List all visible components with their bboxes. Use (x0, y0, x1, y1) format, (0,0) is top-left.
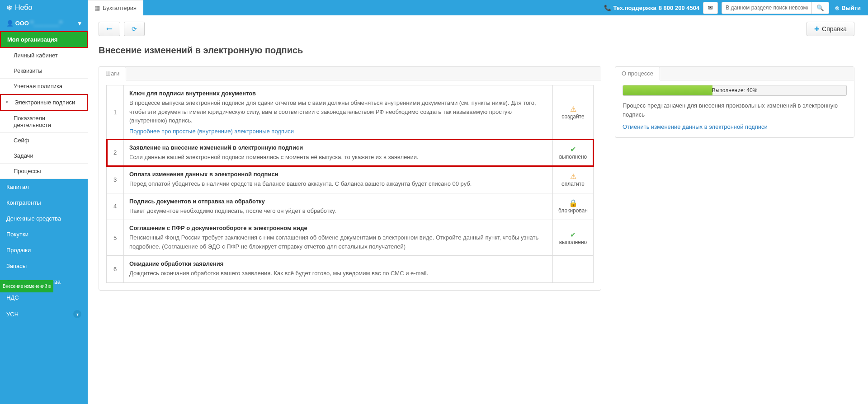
step-row[interactable]: 6Ожидание обработки заявленияДождитесь о… (107, 256, 594, 283)
step-content: Соглашение с ПФР о документообороте в эл… (124, 220, 553, 256)
step-content: Заявление на внесение изменений в электр… (124, 139, 553, 166)
step-status: ⚠создайте (553, 85, 594, 140)
arrow-left-icon: 🠔 (106, 25, 113, 33)
sidebar-sub-item[interactable]: Учетная политика (0, 79, 88, 94)
main: 🠔 ⟳ ✚ Справка Внесение изменений в элект… (88, 15, 868, 404)
calculator-icon: ▦ (94, 5, 100, 11)
sidebar: 👤 ООО "________" ▾ Моя организация Личны… (0, 15, 88, 404)
step-row[interactable]: 2Заявление на внесение изменений в элект… (107, 139, 594, 166)
step-status: 🔒блокирован (553, 193, 594, 220)
step-description: Дождитесь окончания обработки вашего зая… (129, 269, 547, 278)
tab-accounting[interactable]: ▦ Бухгалтерия (88, 0, 143, 15)
help-button[interactable]: ✚ Справка (807, 22, 854, 36)
ok-icon: ✔ (558, 230, 588, 239)
step-row[interactable]: 3Оплата изменения данных в электронной п… (107, 166, 594, 193)
logo[interactable]: ❄ Небо (0, 0, 88, 15)
progress-label: Выполнение: 40% (623, 87, 846, 94)
topbar: ❄ Небо ▦ Бухгалтерия 📞 Тех.поддержка 8 8… (0, 0, 868, 15)
sidebar-item[interactable]: Продажи (0, 242, 88, 258)
sidebar-item[interactable]: Денежные средства (0, 211, 88, 226)
chevron-down-icon: ▾ (73, 310, 81, 318)
refresh-button[interactable]: ⟳ (124, 22, 145, 36)
cancel-process-link[interactable]: Отменить изменение данных в электронной … (623, 123, 847, 130)
step-title: Ожидание обработки заявления (129, 260, 547, 267)
step-row[interactable]: 5Соглашение с ПФР о документообороте в э… (107, 220, 594, 256)
support-phone[interactable]: 📞 Тех.поддержка 8 800 200 4504 (604, 5, 700, 11)
step-row[interactable]: 1Ключ для подписи внутренних документовВ… (107, 85, 594, 140)
steps-tab[interactable]: Шаги (99, 66, 126, 80)
back-button[interactable]: 🠔 (99, 22, 120, 36)
sidebar-sub-item[interactable]: Показатели деятельности (0, 111, 88, 133)
help-icon: ✚ (814, 25, 820, 33)
sidebar-sub-item[interactable]: Задачи (0, 148, 88, 164)
step-content: Ключ для подписи внутренних документовВ … (124, 85, 553, 140)
user-icon: 👤 (6, 20, 14, 27)
search-input[interactable] (722, 2, 812, 14)
sidebar-sub-item[interactable]: Процессы (0, 164, 88, 179)
step-title: Соглашение с ПФР о документообороте в эл… (129, 225, 547, 231)
process-tab[interactable]: О процессе (615, 66, 660, 80)
step-status (553, 256, 594, 283)
step-description: Пакет документов необходимо подписать, п… (129, 207, 547, 216)
sidebar-sub-item[interactable]: Личный кабинет (0, 48, 88, 63)
step-content: Оплата изменения данных в электронной по… (124, 166, 553, 193)
topbar-right: 📞 Тех.поддержка 8 800 200 4504 ✉ 🔍 ⎋ Вый… (599, 0, 868, 15)
mail-button[interactable]: ✉ (703, 2, 718, 14)
exit-button[interactable]: ⎋ Выйти (833, 5, 863, 11)
step-title: Заявление на внесение изменений в электр… (129, 144, 547, 151)
refresh-icon: ⟳ (132, 25, 137, 33)
step-row[interactable]: 4Подпись документов и отправка на обрабо… (107, 193, 594, 220)
sidebar-item[interactable]: УСН▾ (0, 305, 88, 323)
sidebar-section-my-org[interactable]: Моя организация (0, 31, 88, 48)
process-tag[interactable]: Внесение изменений в (0, 280, 53, 292)
mail-icon: ✉ (708, 5, 713, 11)
step-number: 6 (107, 256, 124, 283)
warn-icon: ⚠ (558, 105, 588, 113)
sidebar-sub-item[interactable]: Реквизиты (0, 63, 88, 79)
lock-icon: 🔒 (558, 199, 588, 207)
step-status-label: оплатите (558, 181, 588, 187)
sidebar-item[interactable]: Контрагенты (0, 195, 88, 211)
step-number: 4 (107, 193, 124, 220)
search-button[interactable]: 🔍 (812, 2, 829, 14)
step-number: 2 (107, 139, 124, 166)
step-number: 3 (107, 166, 124, 193)
step-description: Пенсионный Фонд России требует заключени… (129, 233, 547, 251)
step-title: Ключ для подписи внутренних документов (129, 90, 547, 97)
ok-icon: ✔ (558, 145, 588, 154)
phone-icon: 📞 (604, 5, 611, 11)
step-status: ✔выполнено (553, 139, 594, 166)
tab-accounting-label: Бухгалтерия (103, 5, 137, 11)
step-number: 1 (107, 85, 124, 140)
search-icon: 🔍 (816, 5, 824, 11)
logo-text: Небо (15, 4, 32, 12)
step-status-label: блокирован (558, 207, 588, 214)
step-status-label: выполнено (558, 239, 588, 245)
page-title: Внесение изменений в электронную подпись (99, 45, 854, 56)
step-title: Оплата изменения данных в электронной по… (129, 171, 547, 178)
logo-icon: ❄ (6, 4, 12, 12)
steps-panel: Шаги 1Ключ для подписи внутренних докуме… (99, 66, 601, 291)
sidebar-sub-item[interactable]: Сейф (0, 133, 88, 148)
process-description: Процесс предназначен для внесения произв… (623, 101, 847, 119)
sidebar-sub-item[interactable]: Электронные подписи (0, 94, 88, 111)
exit-icon: ⎋ (835, 5, 839, 11)
step-link[interactable]: Подробнее про простые (внутренние) элект… (129, 128, 294, 135)
toolbar: 🠔 ⟳ ✚ Справка (99, 22, 854, 36)
warn-icon: ⚠ (558, 172, 588, 181)
sidebar-item[interactable]: Покупки (0, 226, 88, 242)
step-description: Если данные вашей электронной подписи по… (129, 153, 547, 162)
step-status: ✔выполнено (553, 220, 594, 256)
step-description: В процессе выпуска электронной подписи д… (129, 99, 547, 125)
progress-bar: Выполнение: 40% (623, 85, 847, 96)
sidebar-item[interactable]: Запасы (0, 258, 88, 274)
step-content: Подпись документов и отправка на обработ… (124, 193, 553, 220)
step-status-label: выполнено (558, 154, 588, 160)
step-status: ⚠оплатите (553, 166, 594, 193)
org-selector[interactable]: 👤 ООО "________" ▾ (0, 15, 88, 31)
process-panel: О процессе Выполнение: 40% Процесс предн… (615, 66, 854, 138)
sidebar-item[interactable]: Капитал (0, 179, 88, 195)
step-status-label: создайте (558, 113, 588, 120)
step-number: 5 (107, 220, 124, 256)
search: 🔍 (722, 2, 829, 14)
